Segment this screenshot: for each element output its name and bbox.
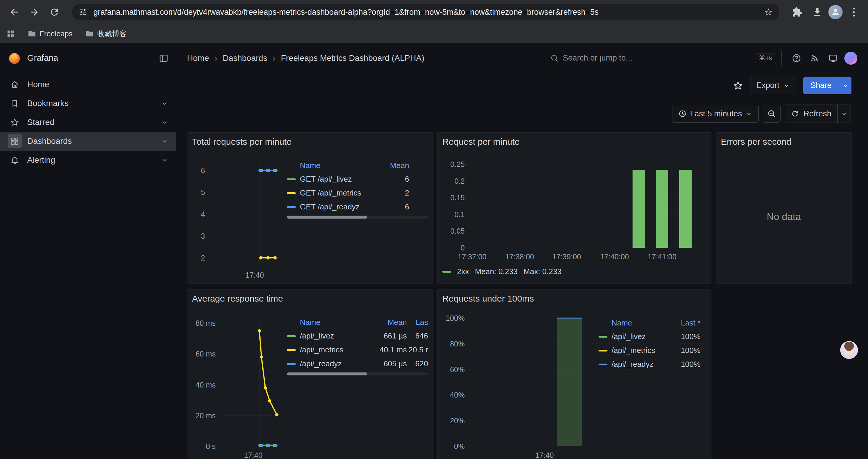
axis-tick: 3 — [190, 232, 205, 240]
site-info-icon[interactable] — [79, 8, 88, 17]
bookmark-label: Freeleaps — [39, 30, 72, 38]
bar — [632, 170, 645, 248]
folder-icon — [28, 30, 36, 38]
chevron-down-icon[interactable] — [161, 100, 168, 107]
axis-tick: 0 s — [190, 442, 216, 451]
data-point — [267, 256, 270, 260]
bookmark-star-icon[interactable] — [764, 8, 773, 17]
url-text[interactable]: grafana.mathmast.com/d/deytv4rwavabkb/fr… — [93, 8, 758, 17]
forward-icon[interactable] — [25, 3, 43, 21]
axis-tick: 4 — [190, 210, 205, 218]
folder-icon — [85, 30, 94, 38]
sidebar-item-bookmarks[interactable]: Bookmarks — [0, 94, 176, 113]
dock-sidebar-icon[interactable] — [159, 54, 168, 63]
chevron-down-icon[interactable] — [161, 156, 168, 164]
grafana-logo[interactable] — [8, 52, 21, 65]
news-rss-icon[interactable] — [808, 51, 822, 65]
axis-tick: 40 ms — [190, 381, 216, 389]
sidebar-item-dashboards[interactable]: Dashboards — [0, 132, 176, 151]
export-button[interactable]: Export — [750, 77, 796, 94]
breadcrumb-separator: › — [215, 53, 217, 63]
top-nav-icons — [789, 51, 857, 65]
chart-canvas — [438, 290, 711, 459]
sidebar-item-label: Dashboards — [27, 136, 72, 146]
time-range-picker[interactable]: Last 5 minutes — [672, 105, 759, 123]
zoom-out-button[interactable] — [763, 105, 780, 123]
sidebar-item-label: Bookmarks — [27, 99, 68, 108]
axis-tick: 17:41:00 — [648, 253, 676, 261]
axis-tick: 17:40 — [535, 451, 554, 459]
bar — [557, 318, 582, 446]
browser-menu-icon[interactable] — [845, 3, 863, 21]
panel-request-per-minute: Request per minute 2xx Mean: 0.233 Max: … — [437, 132, 711, 284]
sidebar-item-starred[interactable]: Starred — [0, 113, 176, 132]
user-avatar[interactable] — [844, 52, 857, 65]
refresh-button[interactable]: Refresh — [785, 104, 851, 123]
dashboard-actions: Export Share — [176, 73, 868, 98]
chart-canvas — [187, 290, 433, 459]
share-menu-chevron[interactable] — [839, 77, 851, 94]
url-bar[interactable]: grafana.mathmast.com/d/deytv4rwavabkb/fr… — [72, 4, 779, 21]
axis-tick: 60 ms — [190, 350, 216, 358]
panel-requests-under-100ms: Requests under 100ms Name Last * /api/_l… — [437, 289, 711, 459]
bookmark-icon — [8, 96, 22, 110]
search-placeholder: Search or jump to... — [563, 54, 751, 63]
star-icon — [8, 115, 22, 129]
panel-avg-response-time: Average response time Name Mean Las /api… — [187, 289, 433, 459]
data-point — [259, 256, 262, 260]
share-button[interactable]: Share — [803, 77, 851, 94]
panel-total-requests: Total requests per minute Name Mean GET … — [187, 132, 433, 284]
bookmark-folder-freeleaps[interactable]: Freeleaps — [28, 30, 72, 38]
axis-tick: 17:40 — [246, 271, 264, 279]
help-icon[interactable] — [789, 51, 804, 65]
refresh-interval-chevron[interactable] — [837, 105, 850, 123]
chevron-down-icon[interactable] — [161, 119, 168, 126]
share-label[interactable]: Share — [803, 77, 839, 94]
time-controls: Last 5 minutes Refresh — [672, 104, 851, 123]
apps-grid-icon[interactable] — [6, 30, 15, 38]
search-input[interactable]: Search or jump to... ⌘+k — [545, 49, 782, 67]
series-line — [259, 331, 277, 415]
data-point — [267, 444, 271, 447]
sidebar-item-label: Starred — [27, 118, 54, 127]
axis-tick: 17:38:00 — [505, 253, 534, 261]
reload-icon[interactable] — [45, 3, 63, 21]
breadcrumb-home[interactable]: Home — [187, 54, 209, 63]
browser-profile-avatar[interactable] — [829, 5, 843, 19]
data-point — [264, 386, 267, 389]
zoom-out-icon — [767, 109, 776, 118]
axis-tick: 0.25 — [442, 160, 465, 168]
no-data-message: No data — [716, 211, 851, 222]
panel-title[interactable]: Errors per second — [721, 137, 791, 147]
search-shortcut-badge: ⌘+k — [755, 53, 776, 63]
axis-tick: 80% — [443, 340, 465, 348]
back-icon[interactable] — [5, 3, 23, 21]
axis-tick: 17:39:00 — [552, 253, 581, 261]
favorite-star-icon[interactable] — [733, 80, 743, 91]
home-icon — [8, 77, 22, 92]
axis-tick: 2 — [190, 254, 205, 262]
sidebar-item-alerting[interactable]: Alerting — [0, 151, 176, 169]
axis-tick: 5 — [190, 188, 205, 196]
axis-tick: 60% — [443, 365, 465, 374]
sidebar-item-home[interactable]: Home — [0, 75, 176, 94]
axis-tick: 0 — [442, 244, 465, 252]
bookmark-folder-blogs[interactable]: 收藏博客 — [85, 29, 127, 39]
bar — [679, 170, 692, 248]
extensions-icon[interactable] — [788, 3, 806, 21]
floating-assistant-avatar[interactable] — [840, 341, 858, 359]
browser-toolbar: grafana.mathmast.com/d/deytv4rwavabkb/fr… — [0, 0, 868, 24]
brand-name[interactable]: Grafana — [27, 53, 58, 63]
breadcrumb-dashboards[interactable]: Dashboards — [223, 54, 267, 63]
bookmark-label: 收藏博客 — [97, 29, 127, 39]
chevron-down-icon[interactable] — [161, 137, 168, 145]
sidebar-nav: Home Bookmarks Starred — [0, 73, 176, 169]
axis-tick: 80 ms — [190, 319, 216, 327]
monitor-icon[interactable] — [826, 51, 840, 65]
axis-tick: 0.1 — [442, 210, 465, 219]
axis-tick: 100% — [443, 314, 465, 322]
axis-tick: 20% — [443, 417, 465, 425]
axis-tick: 0.15 — [442, 193, 465, 202]
download-icon[interactable] — [808, 3, 826, 21]
bell-icon — [8, 153, 22, 167]
